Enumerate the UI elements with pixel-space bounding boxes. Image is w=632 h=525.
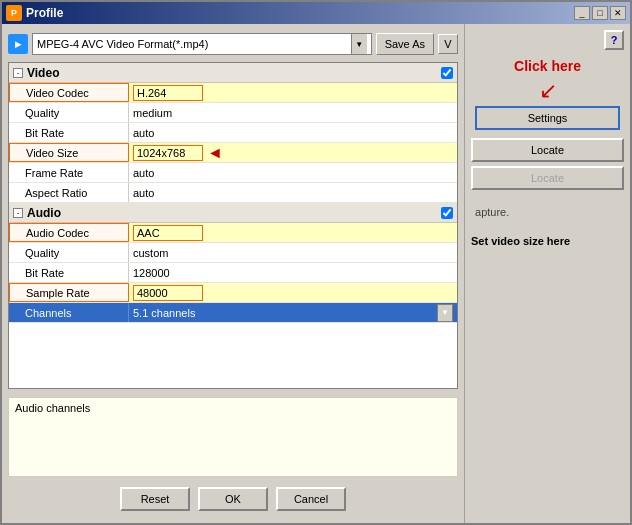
video-section-header: - Video [9,63,457,83]
audio-expand-icon[interactable]: - [13,208,23,218]
locate-disabled-button: Locate [471,166,624,190]
video-size-name: Video Size [9,143,129,162]
close-button[interactable]: ✕ [610,6,626,20]
reset-button[interactable]: Reset [120,487,190,511]
audio-channels-row[interactable]: Channels 5.1 channels ▼ [9,303,457,323]
video-aspect-name: Aspect Ratio [9,183,129,202]
v-button[interactable]: V [438,34,458,54]
audio-samplerate-name: Sample Rate [9,283,129,302]
video-codec-row: Video Codec [9,83,457,103]
video-aspect-value: auto [129,187,457,199]
toolbar: ▶ MPEG-4 AVC Video Format(*.mp4) ▼ Save … [8,30,458,58]
video-aspect-row: Aspect Ratio auto [9,183,457,203]
channels-dropdown-arrow[interactable]: ▼ [437,304,453,322]
audio-enabled-checkbox[interactable] [441,207,453,219]
main-content: ▶ MPEG-4 AVC Video Format(*.mp4) ▼ Save … [2,24,630,523]
video-expand-icon[interactable]: - [13,68,23,78]
audio-section-label: Audio [27,206,61,220]
ok-button[interactable]: OK [198,487,268,511]
video-framerate-value: auto [129,167,457,179]
format-label: MPEG-4 AVC Video Format(*.mp4) [37,38,351,50]
video-size-arrow-icon: ◄ [207,144,223,162]
down-arrow-icon: ↙ [539,78,557,104]
video-bitrate-name: Bit Rate [9,123,129,142]
audio-bitrate-value: 128000 [129,267,457,279]
video-codec-name: Video Codec [9,83,129,102]
title-controls: _ □ ✕ [574,6,626,20]
audio-quality-value: custom [129,247,457,259]
video-bitrate-row: Bit Rate auto [9,123,457,143]
video-enabled-checkbox[interactable] [441,67,453,79]
format-icon: ▶ [8,34,28,54]
click-here-text: Click here [514,58,581,74]
audio-samplerate-input[interactable] [133,285,203,301]
video-bitrate-value: auto [129,127,457,139]
video-size-input[interactable] [133,145,203,161]
audio-samplerate-value[interactable] [129,285,457,301]
audio-channels-value[interactable]: 5.1 channels ▼ [129,304,457,322]
locate-button[interactable]: Locate [471,138,624,162]
profile-window: P Profile _ □ ✕ ▶ MPEG-4 AVC Video Forma… [0,0,632,525]
right-panel: ? Click here ↙ Settings Locate Locate ap… [464,24,630,523]
left-panel: ▶ MPEG-4 AVC Video Format(*.mp4) ▼ Save … [2,24,464,523]
settings-button[interactable]: Settings [475,106,620,130]
title-bar-left: P Profile [6,5,63,21]
capture-label: apture. [475,206,509,218]
audio-section-header: - Audio [9,203,457,223]
dropdown-arrow-icon: ▼ [351,34,367,54]
video-quality-row: Quality medium [9,103,457,123]
help-button[interactable]: ? [604,30,624,50]
title-bar: P Profile _ □ ✕ [2,2,630,24]
audio-codec-row: Audio Codec [9,223,457,243]
minimize-button[interactable]: _ [574,6,590,20]
set-video-annotation: Set video size here [471,235,570,247]
audio-codec-name: Audio Codec [9,223,129,242]
audio-samplerate-row: Sample Rate [9,283,457,303]
video-size-value[interactable]: ◄ [129,144,457,162]
click-here-area: Click here ↙ Settings [471,54,624,134]
annotation-area: Set video size here [471,234,624,248]
window-title: Profile [26,6,63,20]
audio-bitrate-row: Bit Rate 128000 [9,263,457,283]
window-icon: P [6,5,22,21]
audio-quality-name: Quality [9,243,129,262]
video-codec-input[interactable] [133,85,203,101]
video-quality-value: medium [129,107,457,119]
video-quality-name: Quality [9,103,129,122]
audio-channels-name: Channels [9,303,129,322]
video-size-row: Video Size ◄ [9,143,457,163]
maximize-button[interactable]: □ [592,6,608,20]
audio-codec-value[interactable] [129,225,457,241]
description-text: Audio channels [15,402,90,414]
audio-quality-row: Quality custom [9,243,457,263]
video-section-label: Video [27,66,59,80]
save-as-button[interactable]: Save As [376,33,434,55]
audio-codec-input[interactable] [133,225,203,241]
video-framerate-row: Frame Rate auto [9,163,457,183]
properties-panel: - Video Video Codec Quality medium [8,62,458,389]
cancel-button[interactable]: Cancel [276,487,346,511]
audio-bitrate-name: Bit Rate [9,263,129,282]
description-box: Audio channels [8,397,458,477]
video-codec-value[interactable] [129,85,457,101]
capture-text: apture. [471,202,624,222]
format-dropdown[interactable]: MPEG-4 AVC Video Format(*.mp4) ▼ [32,33,372,55]
audio-channels-text: 5.1 channels [133,307,195,319]
video-framerate-name: Frame Rate [9,163,129,182]
bottom-buttons: Reset OK Cancel [8,481,458,517]
